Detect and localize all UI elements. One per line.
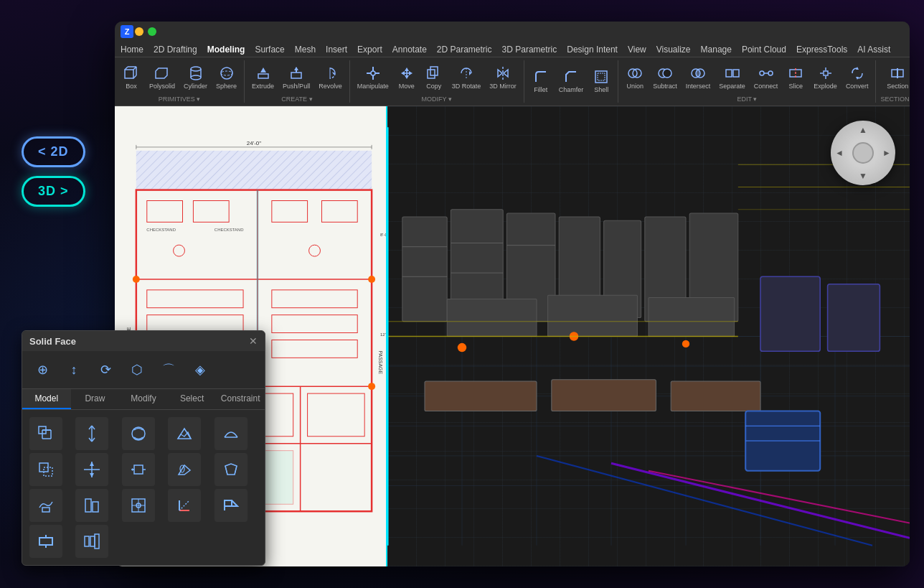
svg-line-23	[225, 466, 227, 475]
menu-surface[interactable]: Surface	[255, 45, 284, 55]
tool-pushpull[interactable]: Push/Pull	[280, 63, 313, 91]
maximize-window-button[interactable]	[148, 27, 156, 36]
panel-tool-copy[interactable]: ◈	[187, 357, 213, 383]
grid-icon-1-2[interactable]	[75, 417, 108, 450]
svg-rect-178	[447, 299, 537, 337]
grid-icon-3-1[interactable]	[122, 489, 155, 522]
svg-line-24	[235, 466, 237, 475]
grid-icon-2-6[interactable]	[75, 489, 108, 522]
grid-icon-2-4[interactable]	[214, 453, 248, 486]
tool-manipulate[interactable]: Manipulate	[354, 63, 392, 91]
panel-tool-curve[interactable]: ⌒	[156, 357, 182, 383]
panel-tool-solid[interactable]: ⬡	[124, 357, 150, 383]
tab-draw[interactable]: Draw	[71, 389, 120, 409]
svg-point-50	[221, 67, 232, 79]
menu-pointcloud[interactable]: Point Cloud	[742, 45, 786, 55]
tab-model[interactable]: Model	[22, 389, 71, 409]
svg-rect-90	[824, 71, 828, 75]
nav-arrow-down[interactable]: ▼	[859, 171, 867, 181]
grid-icon-3-5[interactable]	[75, 525, 108, 558]
menu-3dparametric[interactable]: 3D Parametric	[502, 45, 557, 55]
nav-arrow-up[interactable]: ▲	[859, 125, 867, 135]
grid-icon-1-1[interactable]	[29, 417, 62, 450]
copy-label: Copy	[426, 83, 441, 90]
grid-icon-1-6[interactable]	[29, 453, 62, 486]
primitives-icons: Box Polysolid Cylinder	[119, 60, 240, 94]
panel-close-button[interactable]: ✕	[249, 335, 258, 347]
toggle-3d-button[interactable]: 3D >	[22, 176, 85, 207]
tool-connect[interactable]: Connect	[751, 63, 781, 91]
toggle-2d-button[interactable]: < 2D	[22, 136, 85, 167]
box-icon	[123, 65, 140, 82]
menu-annotate[interactable]: Annotate	[392, 45, 427, 55]
grid-icon-3-3[interactable]	[214, 489, 248, 522]
manipulate-icon	[364, 65, 382, 82]
svg-rect-18	[134, 465, 143, 474]
menu-home[interactable]: Home	[121, 45, 143, 55]
cylinder-icon	[187, 65, 204, 82]
toolbar-group-edit: Union Subtract Intersect	[618, 60, 876, 103]
menu-modeling[interactable]: Modeling	[207, 45, 245, 55]
svg-text:12'-6": 12'-6"	[380, 333, 386, 337]
tool-slice[interactable]: Slice	[783, 63, 808, 91]
tool-polysolid[interactable]: Polysolid	[146, 63, 178, 91]
svg-text:24'-0": 24'-0"	[247, 140, 261, 146]
tool-shell[interactable]: Shell	[589, 67, 613, 95]
grid-icon-2-2[interactable]	[122, 453, 155, 486]
menu-mesh[interactable]: Mesh	[295, 45, 316, 55]
menu-insert[interactable]: Insert	[326, 45, 347, 55]
tab-modify[interactable]: Modify	[119, 389, 168, 409]
panel-tool-translate[interactable]: ↕	[61, 357, 87, 383]
tool-separate[interactable]: Separate	[716, 63, 748, 91]
menu-designintent[interactable]: Design Intent	[567, 45, 618, 55]
panel-tool-rotate[interactable]: ⟳	[93, 357, 118, 383]
svg-rect-179	[548, 295, 638, 336]
grid-icon-2-5[interactable]	[29, 489, 62, 522]
menu-aiassist[interactable]: AI Assist	[857, 45, 890, 55]
tool-copy[interactable]: Copy	[422, 63, 446, 91]
iso-scene-svg	[387, 106, 910, 566]
nav-arrow-left[interactable]: ◄	[835, 148, 844, 158]
tool-convert[interactable]: Convert	[843, 63, 872, 91]
panel-tool-move[interactable]: ⊕	[29, 357, 55, 383]
menu-2dparametric[interactable]: 2D Parametric	[437, 45, 492, 55]
grid-icon-2-3[interactable]	[168, 453, 201, 486]
menu-export[interactable]: Export	[357, 45, 382, 55]
tab-constraint[interactable]: Constraint	[216, 389, 265, 409]
tool-union[interactable]: Union	[623, 63, 647, 91]
tool-move[interactable]: Move	[395, 63, 419, 91]
tool-chamfer[interactable]: Chamfer	[556, 67, 587, 95]
tool-cylinder[interactable]: Cylinder	[181, 63, 210, 91]
pushpull-label: Push/Pull	[283, 83, 310, 90]
svg-point-49	[191, 75, 201, 80]
menu-manage[interactable]: Manage	[701, 45, 732, 55]
tool-subtract[interactable]: Subtract	[650, 63, 680, 91]
tool-intersect[interactable]: Intersect	[683, 63, 714, 91]
menu-view[interactable]: View	[628, 45, 646, 55]
tool-3drotate[interactable]: 3D Rotate	[449, 63, 484, 91]
navigation-wheel[interactable]: ▲ ▼ ◄ ►	[831, 121, 895, 185]
menu-visualize[interactable]: Visualize	[656, 45, 691, 55]
tool-revolve[interactable]: Revolve	[316, 63, 345, 91]
grid-icon-2-1[interactable]	[75, 453, 108, 486]
grid-icon-3-4[interactable]	[29, 525, 62, 558]
minimize-window-button[interactable]	[135, 27, 143, 36]
svg-rect-52	[258, 74, 268, 78]
tool-section[interactable]: Section	[884, 63, 910, 91]
grid-icon-3-2[interactable]	[168, 489, 201, 522]
menu-expresstools[interactable]: ExpressTools	[796, 45, 847, 55]
tab-select[interactable]: Select	[168, 389, 217, 409]
tool-3dmirror[interactable]: 3D Mirror	[486, 63, 519, 91]
iso-view[interactable]: ▲ ▼ ◄ ►	[387, 106, 910, 566]
tool-explode[interactable]: Explode	[811, 63, 840, 91]
tool-fillet[interactable]: Fillet	[529, 67, 553, 95]
tool-box[interactable]: Box	[119, 63, 143, 91]
connect-label: Connect	[754, 83, 778, 90]
grid-icon-1-3[interactable]	[122, 417, 155, 450]
grid-icon-1-4[interactable]	[168, 417, 201, 450]
tool-sphere[interactable]: Sphere	[213, 63, 240, 91]
nav-arrow-right[interactable]: ►	[882, 148, 891, 158]
menu-2ddrafting[interactable]: 2D Drafting	[154, 45, 197, 55]
grid-icon-1-5[interactable]	[214, 417, 248, 450]
tool-extrude[interactable]: Extrude	[249, 63, 277, 91]
